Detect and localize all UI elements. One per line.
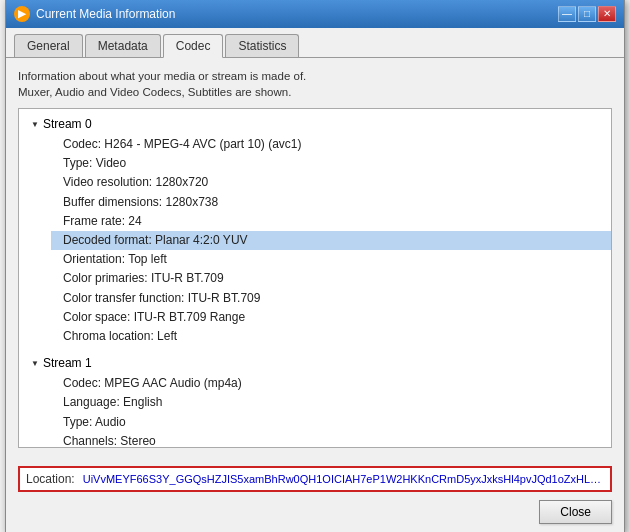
maximize-button[interactable]: □ <box>578 6 596 22</box>
stream-0-label: Stream 0 <box>43 117 92 131</box>
info-description: Information about what your media or str… <box>18 68 612 100</box>
app-icon: ▶ <box>14 6 30 22</box>
location-row: Location: UiVvMEYF66S3Y_GGQsHZJIS5xamBhR… <box>18 466 612 492</box>
title-bar-left: ▶ Current Media Information <box>14 6 175 22</box>
tab-metadata[interactable]: Metadata <box>85 34 161 57</box>
bottom-area: Location: UiVvMEYF66S3Y_GGQsHZJIS5xamBhR… <box>6 458 624 532</box>
tab-statistics[interactable]: Statistics <box>225 34 299 57</box>
tab-codec[interactable]: Codec <box>163 34 224 58</box>
prop-codec: Codec: H264 - MPEG-4 AVC (part 10) (avc1… <box>63 135 599 154</box>
prop-language: Language: English <box>63 393 599 412</box>
prop-audio-type: Type: Audio <box>63 413 599 432</box>
stream-1-props: Codec: MPEG AAC Audio (mp4a) Language: E… <box>31 374 599 448</box>
stream-0-group: ▼ Stream 0 Codec: H264 - MPEG-4 AVC (par… <box>31 117 599 346</box>
prop-resolution: Video resolution: 1280x720 <box>63 173 599 192</box>
prop-decoded-format: Decoded format: Planar 4:2:0 YUV <box>51 231 611 250</box>
tab-bar: General Metadata Codec Statistics <box>6 28 624 58</box>
stream-1-group: ▼ Stream 1 Codec: MPEG AAC Audio (mp4a) … <box>31 356 599 448</box>
main-window: ▶ Current Media Information — □ ✕ Genera… <box>5 0 625 532</box>
location-label: Location: <box>26 472 75 486</box>
tab-general[interactable]: General <box>14 34 83 57</box>
window-close-button[interactable]: ✕ <box>598 6 616 22</box>
window-title: Current Media Information <box>36 7 175 21</box>
prop-channels: Channels: Stereo <box>63 432 599 448</box>
prop-color-primaries: Color primaries: ITU-R BT.709 <box>63 269 599 288</box>
prop-color-space: Color space: ITU-R BT.709 Range <box>63 308 599 327</box>
prop-orientation: Orientation: Top left <box>63 250 599 269</box>
expand-icon-1: ▼ <box>31 359 39 368</box>
stream-info-box[interactable]: ▼ Stream 0 Codec: H264 - MPEG-4 AVC (par… <box>18 108 612 448</box>
close-row: Close <box>18 500 612 524</box>
title-bar: ▶ Current Media Information — □ ✕ <box>6 0 624 28</box>
location-value: UiVvMEYF66S3Y_GGQsHZJIS5xamBhRw0QH1OICIA… <box>83 473 604 485</box>
stream-0-header: ▼ Stream 0 <box>31 117 599 131</box>
stream-1-label: Stream 1 <box>43 356 92 370</box>
minimize-button[interactable]: — <box>558 6 576 22</box>
prop-chroma: Chroma location: Left <box>63 327 599 346</box>
window-controls: — □ ✕ <box>558 6 616 22</box>
prop-buffer: Buffer dimensions: 1280x738 <box>63 193 599 212</box>
stream-0-props: Codec: H264 - MPEG-4 AVC (part 10) (avc1… <box>31 135 599 346</box>
prop-color-transfer: Color transfer function: ITU-R BT.709 <box>63 289 599 308</box>
prop-type: Type: Video <box>63 154 599 173</box>
expand-icon-0: ▼ <box>31 120 39 129</box>
stream-1-header: ▼ Stream 1 <box>31 356 599 370</box>
content-area: Information about what your media or str… <box>6 58 624 458</box>
prop-framerate: Frame rate: 24 <box>63 212 599 231</box>
close-button[interactable]: Close <box>539 500 612 524</box>
prop-audio-codec: Codec: MPEG AAC Audio (mp4a) <box>63 374 599 393</box>
